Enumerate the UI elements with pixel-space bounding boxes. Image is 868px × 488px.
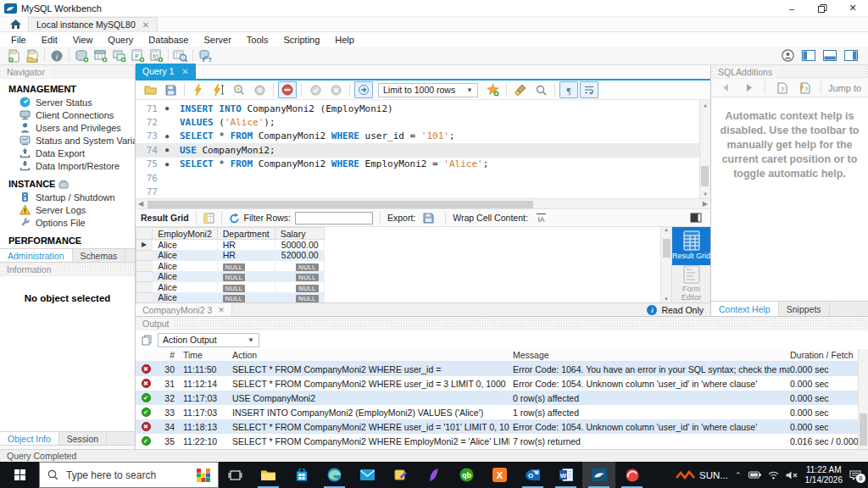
- tab-session[interactable]: Session: [59, 432, 107, 445]
- result-cell[interactable]: NULL: [217, 282, 275, 293]
- column-header-department[interactable]: Department: [217, 228, 275, 240]
- result-grid-table[interactable]: EmployMoni2DepartmentSalary▶AliceHR50000…: [136, 227, 660, 302]
- help-bolt-button[interactable]: ?: [795, 80, 814, 97]
- tray-expand-icon[interactable]: ⌃: [735, 471, 742, 480]
- result-grid-button[interactable]: Result Grid: [672, 227, 711, 265]
- home-tab[interactable]: [3, 17, 28, 31]
- volume-muted-icon[interactable]: [786, 471, 798, 480]
- form-editor-button[interactable]: Form Editor: [672, 265, 711, 303]
- sidebar-item-startup-shutdown[interactable]: Startup / Shutdown: [0, 191, 135, 203]
- sidebar-item-data-export[interactable]: Data Export: [0, 147, 135, 159]
- battery-icon[interactable]: [748, 471, 761, 479]
- toggle-autocommit-button[interactable]: [354, 81, 373, 98]
- result-grid-scrollbar[interactable]: ▲ ▼: [660, 227, 671, 302]
- menu-database[interactable]: Database: [141, 35, 196, 45]
- row-selector[interactable]: ▶: [136, 240, 153, 251]
- beautify-button[interactable]: [483, 81, 502, 98]
- taskbar-app-task-view[interactable]: [219, 462, 252, 488]
- taskbar-app-snip[interactable]: [384, 462, 417, 488]
- result-cell[interactable]: NULL: [217, 292, 275, 302]
- scroll-down-icon[interactable]: ▼: [704, 191, 707, 197]
- menu-help[interactable]: Help: [327, 35, 362, 45]
- close-result-tab-icon[interactable]: ✕: [218, 306, 225, 314]
- row-selector[interactable]: [136, 250, 153, 261]
- wrap-cell-button[interactable]: IA: [532, 209, 551, 226]
- connection-tab[interactable]: Local instance MySQL80 ✕: [28, 17, 158, 31]
- commit-button[interactable]: [306, 81, 325, 98]
- editor-line-73[interactable]: 73●SELECT * FROM CompanyMoni2 WHERE user…: [136, 130, 710, 143]
- taskbar-app-word[interactable]: W: [549, 462, 582, 488]
- find-button[interactable]: [531, 81, 550, 98]
- scroll-up-icon[interactable]: ▲: [704, 102, 707, 108]
- taskbar-app-file-explorer[interactable]: [252, 462, 285, 488]
- editor-line-77[interactable]: 77: [136, 185, 710, 198]
- copy-output-icon[interactable]: [142, 335, 152, 346]
- result-cell[interactable]: HR: [217, 240, 275, 251]
- create-view-button[interactable]: [109, 47, 128, 64]
- scroll-left-icon[interactable]: ◀: [138, 200, 143, 208]
- result-row[interactable]: AliceHR52000.00: [136, 250, 325, 261]
- result-cell[interactable]: Alice: [153, 250, 218, 261]
- menu-scripting[interactable]: Scripting: [276, 35, 328, 45]
- sidebar-item-data-import-restore[interactable]: Data Import/Restore: [0, 159, 135, 172]
- back-button[interactable]: [716, 80, 735, 97]
- close-connection-tab-icon[interactable]: ✕: [142, 20, 149, 30]
- editor-line-71[interactable]: 71●INSERT INTO CompanyMoni2 (EmployMoni2…: [136, 102, 710, 115]
- sidebar-item-client-connections[interactable]: Client Connections: [0, 108, 135, 121]
- search-data-button[interactable]: [171, 47, 190, 64]
- execute-current-button[interactable]: [209, 81, 228, 98]
- menu-tools[interactable]: Tools: [239, 35, 276, 45]
- taskbar-search[interactable]: Type here to search: [39, 462, 219, 488]
- filter-rows-input[interactable]: [295, 212, 373, 225]
- row-selector[interactable]: [136, 282, 153, 293]
- tab-object-info[interactable]: Object Info: [0, 432, 59, 445]
- output-column-message[interactable]: Message: [509, 350, 790, 360]
- result-cell[interactable]: HR: [217, 250, 275, 261]
- result-row[interactable]: AliceNULLNULL: [136, 282, 325, 293]
- help-doc-button[interactable]: ?: [772, 80, 791, 97]
- output-row[interactable]: ✔3211:17:03USE CompanyMoni20 row(s) affe…: [136, 391, 868, 405]
- row-selector[interactable]: [136, 261, 153, 272]
- column-header-employmoni2[interactable]: EmployMoni2: [153, 228, 218, 240]
- taskbar-app-quickbooks[interactable]: qb: [450, 462, 483, 488]
- output-scroll-thumb[interactable]: [860, 413, 867, 446]
- result-cell[interactable]: Alice: [153, 240, 218, 251]
- tab-context-help[interactable]: Context Help: [711, 302, 779, 316]
- save-button[interactable]: [161, 81, 180, 98]
- sidebar-item-users-and-privileges[interactable]: Users and Privileges: [0, 121, 135, 134]
- export-button[interactable]: [420, 209, 438, 226]
- close-query-tab-icon[interactable]: ✕: [181, 67, 188, 76]
- result-cell[interactable]: 52000.00: [275, 250, 324, 261]
- output-row[interactable]: ✔3511:22:10SELECT * FROM CompanyMoni2 WH…: [136, 434, 868, 448]
- inspector-button[interactable]: i: [47, 47, 66, 64]
- panel-toggle-button[interactable]: [687, 209, 705, 226]
- output-row[interactable]: ✔3311:17:03INSERT INTO CompanyMoni2 (Emp…: [136, 405, 868, 419]
- ticker-widget[interactable]: SUN...: [676, 470, 728, 480]
- wrap-text-button[interactable]: [580, 81, 598, 98]
- result-cell[interactable]: NULL: [275, 271, 324, 282]
- row-selector[interactable]: [136, 292, 153, 302]
- forward-button[interactable]: [739, 80, 758, 97]
- create-schema-button[interactable]: [72, 47, 91, 64]
- create-procedure-button[interactable]: P: [128, 47, 147, 64]
- taskbar-app-mail[interactable]: [351, 462, 384, 488]
- notification-center[interactable]: 8: [849, 470, 861, 480]
- result-row[interactable]: AliceNULLNULL: [136, 261, 325, 272]
- result-grid-scroll-thumb[interactable]: [663, 239, 670, 258]
- clean-button[interactable]: [511, 81, 530, 98]
- result-row[interactable]: AliceNULLNULL: [136, 292, 325, 302]
- output-row[interactable]: ✖3411:18:13SELECT * FROM CompanyMoni2 WH…: [136, 419, 868, 434]
- result-cell[interactable]: Alice: [153, 282, 218, 293]
- result-row[interactable]: ▶AliceHR50000.00: [136, 240, 325, 251]
- stop-button[interactable]: [250, 81, 269, 98]
- editor-line-72[interactable]: 72VALUES ('Alice');: [136, 115, 710, 129]
- taskbar-app-edge[interactable]: [318, 462, 351, 488]
- result-cell[interactable]: NULL: [275, 292, 324, 302]
- editor-vertical-scrollbar[interactable]: ▲ ▼: [699, 100, 710, 198]
- sidebar-item-options-file[interactable]: Options File: [0, 216, 135, 229]
- taskbar-app-xampp[interactable]: X: [483, 462, 516, 488]
- taskbar-app-red-app[interactable]: [615, 462, 648, 488]
- result-cell[interactable]: NULL: [217, 261, 275, 272]
- start-button[interactable]: [0, 462, 39, 488]
- open-file-button[interactable]: [141, 81, 159, 98]
